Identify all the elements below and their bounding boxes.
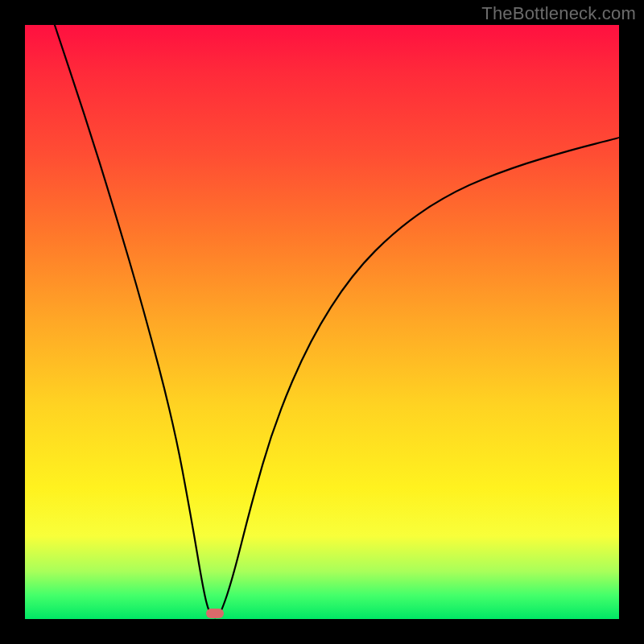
minimum-marker: [206, 609, 224, 618]
bottleneck-curve: [25, 25, 619, 619]
watermark-text: TheBottleneck.com: [481, 3, 636, 24]
plot-area: [25, 25, 619, 619]
chart-frame: TheBottleneck.com: [0, 0, 644, 644]
